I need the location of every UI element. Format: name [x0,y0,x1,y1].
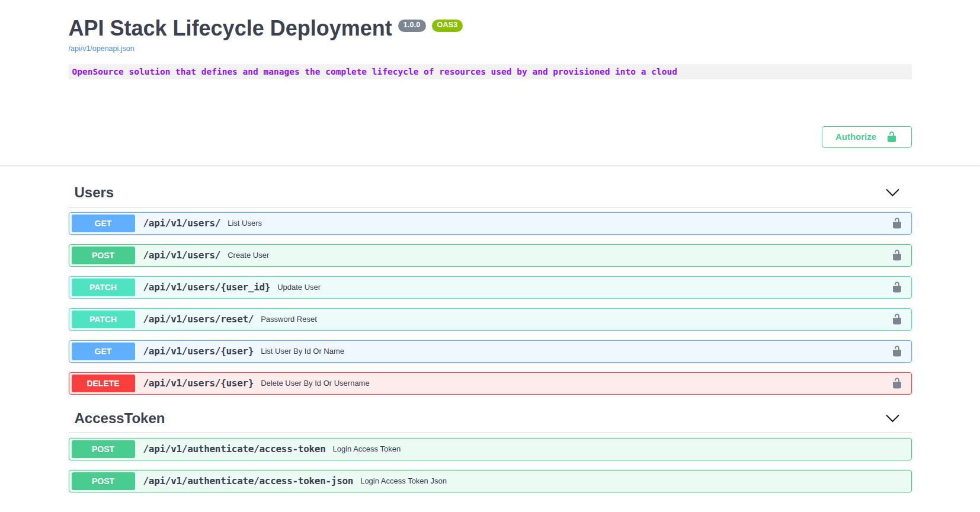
method-badge: DELETE [72,375,135,392]
info-section: API Stack Lifecycle Deployment1.0.0OAS3 … [69,0,912,79]
api-description-bar: OpenSource solution that defines and man… [69,64,912,79]
endpoint-path: /api/v1/authenticate/access-token-json [143,475,354,487]
method-badge: POST [72,472,135,490]
endpoint-summary: Password Reset [261,315,317,324]
oas3-badge: OAS3 [432,20,463,32]
endpoint-summary: Login Access Token Json [360,476,447,485]
operation-row[interactable]: POST/api/v1/users/Create User [69,244,912,267]
method-badge: PATCH [72,311,135,328]
operation-row[interactable]: GET/api/v1/users/List Users [69,212,912,235]
tag-title: Users [75,184,114,201]
tag-header-accesstoken[interactable]: AccessToken [69,404,912,433]
scheme-container: Authorize [0,108,980,165]
chevron-down-icon[interactable] [885,414,900,423]
endpoint-path: /api/v1/users/ [143,217,221,229]
unlock-icon[interactable] [891,345,903,357]
operation-row[interactable]: POST/api/v1/authenticate/access-token-js… [69,470,912,492]
endpoint-path: /api/v1/authenticate/access-token [143,443,326,455]
endpoint-summary: Login Access Token [332,444,401,453]
method-badge: POST [72,440,135,458]
version-badge: 1.0.0 [398,20,426,32]
openapi-spec-link[interactable]: /api/v1/openapi.json [69,44,134,53]
method-badge: POST [72,247,135,264]
endpoint-summary: List User By Id Or Name [261,347,344,356]
api-title-text: API Stack Lifecycle Deployment [69,16,392,40]
page-title: API Stack Lifecycle Deployment1.0.0OAS3 [69,17,912,40]
unlock-icon [886,131,898,143]
endpoint-path: /api/v1/users/{user} [143,377,254,389]
operation-row[interactable]: POST/api/v1/authenticate/access-tokenLog… [69,438,912,460]
endpoint-summary: Create User [228,251,269,260]
tag-section-accesstoken: AccessTokenPOST/api/v1/authenticate/acce… [69,404,912,492]
endpoint-summary: List Users [228,219,262,228]
method-badge: PATCH [72,279,135,296]
endpoint-path: /api/v1/users/ [143,249,221,261]
tag-title: AccessToken [75,410,165,427]
authorize-button[interactable]: Authorize [822,126,912,148]
method-badge: GET [72,215,135,232]
method-badge: GET [72,343,135,360]
endpoint-path: /api/v1/users/{user} [143,345,254,357]
unlock-icon[interactable] [891,281,903,293]
endpoint-summary: Delete User By Id Or Username [261,379,370,388]
endpoint-summary: Update User [277,283,321,292]
unlock-icon[interactable] [891,313,903,325]
authorize-button-label: Authorize [835,132,876,142]
operation-row[interactable]: PATCH/api/v1/users/reset/Password Reset [69,308,912,331]
operation-row[interactable]: GET/api/v1/users/{user}List User By Id O… [69,340,912,363]
unlock-icon[interactable] [891,249,903,261]
endpoint-path: /api/v1/users/reset/ [143,313,254,325]
operation-row[interactable]: DELETE/api/v1/users/{user}Delete User By… [69,372,912,395]
unlock-icon[interactable] [891,217,903,229]
endpoint-path: /api/v1/users/{user_id} [143,281,271,293]
operation-row[interactable]: PATCH/api/v1/users/{user_id}Update User [69,276,912,299]
operations-list: UsersGET/api/v1/users/List UsersPOST/api… [69,165,912,492]
chevron-down-icon[interactable] [885,188,900,197]
tag-section-users: UsersGET/api/v1/users/List UsersPOST/api… [69,178,912,395]
unlock-icon[interactable] [891,377,903,389]
tag-header-users[interactable]: Users [69,178,912,207]
api-description-text: OpenSource solution that defines and man… [72,67,677,76]
